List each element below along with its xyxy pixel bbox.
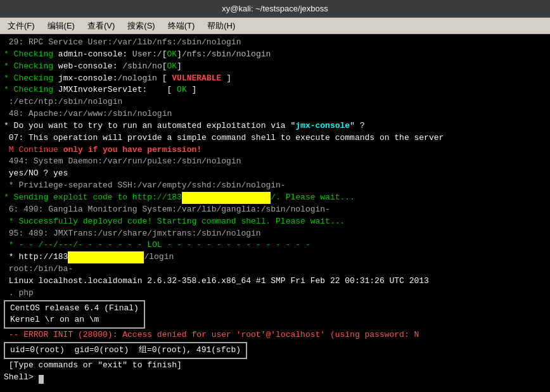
menu-item[interactable]: 搜索(S) [122, 19, 160, 33]
terminal-line: Linux localhost.localdomain 2.6.32-358.e… [4, 275, 546, 288]
terminal-line: * - - /--/---/- - - - - - - LOL - - - - … [4, 239, 546, 251]
terminal-cursor [39, 375, 44, 384]
terminal-line: * Checking admin-console: User:/[OK]/nfs… [4, 49, 546, 61]
terminal-line: 95: 489: JMXTrans:/usr/share/jmxtrans:/s… [4, 228, 546, 240]
menu-item[interactable]: 文件(F) [3, 19, 40, 33]
terminal-line: * Sending exploit code to http://183 /. … [4, 192, 546, 204]
centos-info-box: CentOS release 6.4 (Final) Kernel \r on … [4, 300, 145, 329]
terminal-line: * Checking web-console: /sbin/no[OK] [4, 61, 546, 73]
terminal-line: root:/bin/ba- [4, 263, 546, 275]
terminal-line: 29: RPC Service User:/var/lib/nfs:/sbin/… [4, 37, 546, 49]
terminal-line: -- ERROR INIT (28000): Access denied for… [4, 329, 546, 341]
terminal-line: * Checking jmx-console:/nologin [ VULNER… [4, 73, 546, 85]
shell-prompt-line: Shell> [4, 372, 546, 384]
terminal-line: . php [4, 288, 546, 300]
terminal-line: 07: This operation will provide a simple… [4, 132, 546, 144]
terminal-line: 48: Apache:/var/www:/sbin/nologin [4, 108, 546, 120]
terminal-line: 6: 490: Ganglia Monitoring System:/var/l… [4, 204, 546, 216]
terminal[interactable]: 29: RPC Service User:/var/lib/nfs:/sbin/… [0, 34, 550, 392]
terminal-line: 494: System Daemon:/var/run/pulse:/sbin/… [4, 156, 546, 168]
title-bar: xy@kali: ~/testspace/jexboss [0, 0, 550, 18]
terminal-line: * Do you want to try to run an automated… [4, 120, 546, 132]
terminal-line: * Checking JMXInvokerServlet: [ OK ] [4, 84, 546, 96]
centos-release: CentOS release 6.4 (Final) [10, 303, 139, 315]
menu-item[interactable]: 查看(V) [82, 19, 120, 33]
menu-bar: 文件(F)编辑(E)查看(V)搜索(S)终端(T)帮助(H) [0, 18, 550, 34]
terminal-line: [Type commands or "exit" to finish] [4, 360, 546, 372]
uid-info-box: uid=0(root) gid=0(root) 组=0(root), 491(s… [4, 342, 247, 359]
menu-item[interactable]: 帮助(H) [202, 19, 240, 33]
menu-item[interactable]: 终端(T) [163, 19, 200, 33]
terminal-line: * Privilege-separated SSH:/var/empty/ssh… [4, 180, 546, 192]
title-text: xy@kali: ~/testspace/jexboss [222, 4, 328, 13]
terminal-line: * Successfully deployed code! Starting c… [4, 216, 546, 228]
menu-item[interactable]: 编辑(E) [42, 19, 80, 33]
terminal-line: * http://183 /login [4, 251, 546, 263]
kernel-info: Kernel \r on an \m [10, 314, 139, 326]
terminal-line: :/etc/ntp:/sbin/nologin [4, 96, 546, 108]
terminal-line: yes/NO ? yes [4, 168, 546, 180]
terminal-line: M Continue only if you have permission! [4, 144, 546, 156]
uid-gid-info: uid=0(root) gid=0(root) 组=0(root), 491(s… [10, 345, 241, 357]
